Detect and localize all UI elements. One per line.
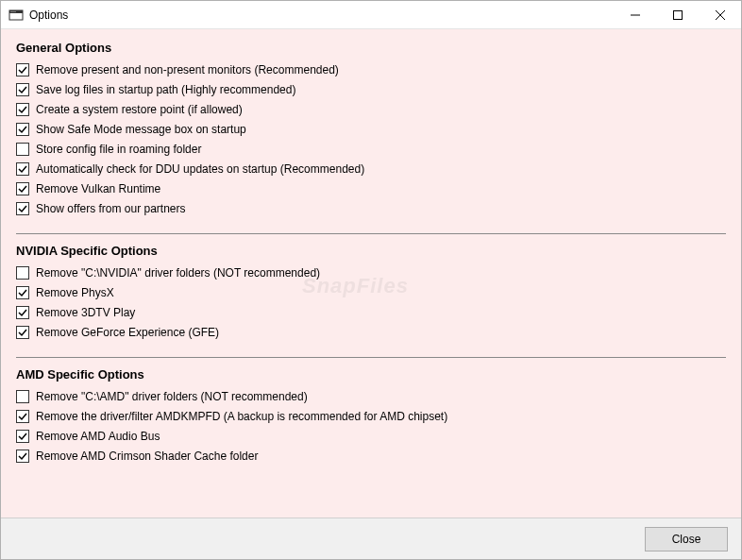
close-button[interactable]: Close xyxy=(645,527,728,552)
content-panel: General Options Remove present and non-p… xyxy=(1,29,741,518)
divider xyxy=(16,357,726,358)
general-option-row[interactable]: Save log files in startup path (Highly r… xyxy=(16,80,726,99)
general-options-list: Remove present and non-present monitors … xyxy=(16,60,726,218)
amd-checkbox[interactable] xyxy=(16,430,29,443)
general-checkbox[interactable] xyxy=(16,182,29,195)
nvidia-option-label: Remove 3DTV Play xyxy=(36,306,135,319)
nvidia-checkbox[interactable] xyxy=(16,266,29,280)
general-option-label: Show offers from our partners xyxy=(36,202,186,215)
general-checkbox[interactable] xyxy=(16,83,29,96)
general-option-row[interactable]: Remove Vulkan Runtime xyxy=(16,179,726,198)
nvidia-option-row[interactable]: Remove GeForce Experience (GFE) xyxy=(16,323,726,342)
amd-option-label: Remove "C:\AMD" driver folders (NOT reco… xyxy=(36,390,308,403)
nvidia-option-row[interactable]: Remove PhysX xyxy=(16,283,726,302)
nvidia-option-label: Remove "C:\NVIDIA" driver folders (NOT r… xyxy=(36,266,320,280)
general-option-label: Save log files in startup path (Highly r… xyxy=(36,83,295,96)
general-options-heading: General Options xyxy=(16,41,726,55)
minimize-icon xyxy=(631,10,640,20)
amd-option-row[interactable]: Remove "C:\AMD" driver folders (NOT reco… xyxy=(16,387,726,406)
amd-option-row[interactable]: Remove the driver/filter AMDKMPFD (A bac… xyxy=(16,407,726,426)
svg-rect-6 xyxy=(673,10,682,19)
maximize-button[interactable] xyxy=(656,1,699,28)
general-checkbox[interactable] xyxy=(16,103,29,116)
nvidia-checkbox[interactable] xyxy=(16,326,29,339)
general-checkbox[interactable] xyxy=(16,63,29,76)
divider xyxy=(16,233,726,234)
general-option-label: Automatically check for DDU updates on s… xyxy=(36,162,364,176)
window-title: Options xyxy=(29,8,68,22)
svg-point-3 xyxy=(13,11,14,12)
close-window-button[interactable] xyxy=(699,1,741,28)
amd-option-row[interactable]: Remove AMD Crimson Shader Cache folder xyxy=(16,447,726,466)
general-option-row[interactable]: Automatically check for DDU updates on s… xyxy=(16,160,726,178)
maximize-icon xyxy=(673,10,683,20)
app-icon xyxy=(8,8,24,23)
amd-options-heading: AMD Specific Options xyxy=(16,367,726,382)
general-checkbox[interactable] xyxy=(16,143,29,156)
general-option-row[interactable]: Create a system restore point (if allowe… xyxy=(16,100,726,119)
amd-option-label: Remove AMD Crimson Shader Cache folder xyxy=(36,450,258,463)
minimize-button[interactable] xyxy=(614,1,656,28)
general-checkbox[interactable] xyxy=(16,162,29,176)
nvidia-checkbox[interactable] xyxy=(16,286,29,299)
amd-options-section: AMD Specific Options Remove "C:\AMD" dri… xyxy=(16,367,726,466)
amd-option-label: Remove the driver/filter AMDKMPFD (A bac… xyxy=(36,410,447,423)
svg-point-2 xyxy=(11,11,12,12)
general-option-label: Create a system restore point (if allowe… xyxy=(36,103,243,116)
titlebar: Options xyxy=(1,1,741,29)
window-controls xyxy=(614,1,741,28)
svg-point-4 xyxy=(15,11,16,12)
nvidia-option-row[interactable]: Remove 3DTV Play xyxy=(16,303,726,322)
nvidia-option-row[interactable]: Remove "C:\NVIDIA" driver folders (NOT r… xyxy=(16,263,726,282)
amd-options-list: Remove "C:\AMD" driver folders (NOT reco… xyxy=(16,387,726,466)
amd-checkbox[interactable] xyxy=(16,390,29,403)
nvidia-option-label: Remove GeForce Experience (GFE) xyxy=(36,326,219,339)
close-icon xyxy=(716,10,725,20)
nvidia-option-label: Remove PhysX xyxy=(36,286,114,299)
general-option-row[interactable]: Show Safe Mode message box on startup xyxy=(16,120,726,139)
nvidia-options-section: NVIDIA Specific Options Remove "C:\NVIDI… xyxy=(16,244,726,342)
general-option-row[interactable]: Store config file in roaming folder xyxy=(16,140,726,159)
nvidia-options-list: Remove "C:\NVIDIA" driver folders (NOT r… xyxy=(16,263,726,342)
general-option-row[interactable]: Remove present and non-present monitors … xyxy=(16,60,726,79)
general-checkbox[interactable] xyxy=(16,202,29,215)
amd-option-label: Remove AMD Audio Bus xyxy=(36,430,160,443)
nvidia-checkbox[interactable] xyxy=(16,306,29,319)
general-checkbox[interactable] xyxy=(16,123,29,136)
general-option-row[interactable]: Show offers from our partners xyxy=(16,199,726,218)
amd-checkbox[interactable] xyxy=(16,410,29,423)
footer: Close xyxy=(1,518,741,559)
amd-option-row[interactable]: Remove AMD Audio Bus xyxy=(16,427,726,446)
general-option-label: Remove Vulkan Runtime xyxy=(36,182,160,195)
general-option-label: Remove present and non-present monitors … xyxy=(36,63,339,76)
amd-checkbox[interactable] xyxy=(16,450,29,463)
nvidia-options-heading: NVIDIA Specific Options xyxy=(16,244,726,258)
general-option-label: Store config file in roaming folder xyxy=(36,143,201,156)
general-options-section: General Options Remove present and non-p… xyxy=(16,41,726,218)
general-option-label: Show Safe Mode message box on startup xyxy=(36,123,246,136)
